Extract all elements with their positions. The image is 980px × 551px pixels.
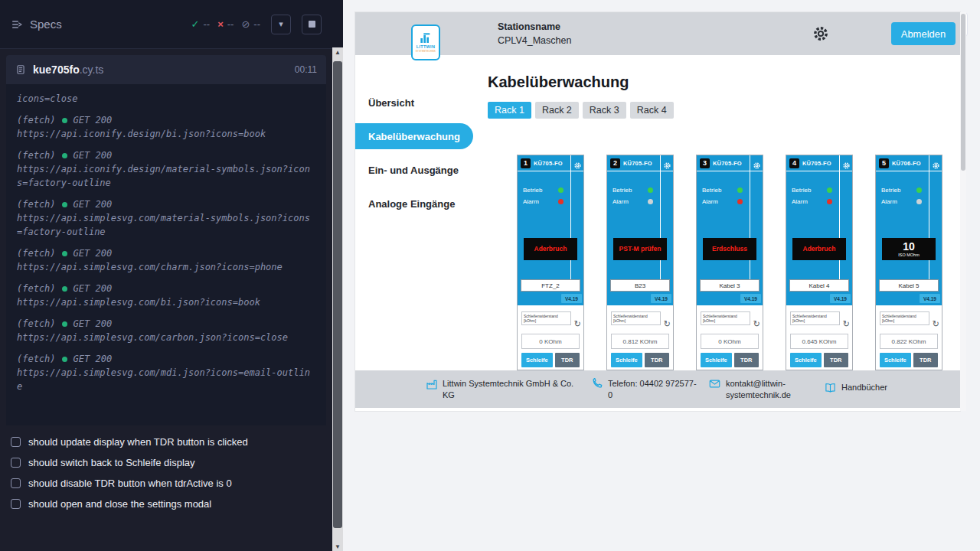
tdr-button[interactable]: TDR xyxy=(734,353,759,367)
card-model: KÜ705-FO xyxy=(802,160,831,167)
card-header: 3KÜ705-FO xyxy=(697,155,763,171)
station-label: Stationsname xyxy=(498,20,571,34)
tdr-button[interactable]: TDR xyxy=(824,353,848,367)
refresh-icon[interactable]: ↻ xyxy=(574,320,581,328)
spec-name: kue705fo.cy.ts xyxy=(33,64,103,76)
fetch-label: (fetch) xyxy=(17,148,56,162)
tab-rack-1[interactable]: Rack 1 xyxy=(488,102,531,119)
card-header: 1KÜ705-FO xyxy=(518,155,583,171)
runner-scrollbar[interactable]: ▲ ▼ xyxy=(332,0,343,551)
app-scrollbar-thumb[interactable] xyxy=(961,14,965,171)
test-list: should update display when TDR button is… xyxy=(0,425,332,551)
tdr-button[interactable]: TDR xyxy=(645,353,669,367)
app-scrollbar[interactable] xyxy=(960,12,966,411)
phone-icon xyxy=(591,378,603,392)
cable-name-field: Kabel 4 xyxy=(789,279,849,292)
schleife-button[interactable]: Schleife xyxy=(701,353,732,367)
log-line-continuation[interactable]: icons=close xyxy=(17,92,315,106)
logout-button[interactable]: Abmelden xyxy=(891,22,956,45)
footer-company: Littwin Systemtechnik GmbH & Co. KG xyxy=(426,378,580,400)
footer-phone[interactable]: Telefon: 04402 972577-0 xyxy=(591,378,698,400)
fetch-log-entry[interactable]: (fetch)GET 200 https://api.simplesvg.com… xyxy=(17,352,315,393)
fetch-log-entry[interactable]: (fetch)GET 200 https://api.iconify.desig… xyxy=(17,148,315,190)
tab-rack-4[interactable]: Rack 4 xyxy=(630,102,674,119)
fetch-url: https://api.simplesvg.com/bi.json?icons=… xyxy=(17,295,315,309)
fetch-url: https://api.simplesvg.com/carbon.json?ic… xyxy=(17,331,315,344)
refresh-icon[interactable]: ↻ xyxy=(753,320,760,328)
fetch-url: https://api.simplesvg.com/charm.json?ico… xyxy=(17,260,315,274)
card-header: 5KÜ706-FO xyxy=(876,155,942,171)
fetch-status: GET 200 xyxy=(74,317,113,331)
card-header: 2KÜ705-FO xyxy=(607,155,673,171)
spec-timer: 00:11 xyxy=(295,64,317,75)
test-item[interactable]: should switch back to Schleife display xyxy=(0,452,332,473)
status-dot-icon xyxy=(62,251,67,256)
tab-rack-3[interactable]: Rack 3 xyxy=(583,102,626,119)
alarm-led xyxy=(648,199,653,204)
test-item[interactable]: should disable TDR button when tdrActive… xyxy=(0,473,332,494)
refresh-icon[interactable]: ↻ xyxy=(843,320,850,328)
fetch-log-entry[interactable]: (fetch)GET 200 https://api.simplesvg.com… xyxy=(17,317,315,344)
status-display: PST-M prüfen xyxy=(613,238,667,260)
fetch-log-entry[interactable]: (fetch)GET 200 https://api.simplesvg.com… xyxy=(17,282,315,309)
test-doc-icon xyxy=(11,437,21,447)
measurement-value: 0.812 KOhm xyxy=(611,334,669,349)
refresh-icon[interactable]: ↻ xyxy=(933,320,939,328)
cable-name-field: FTZ_2 xyxy=(521,279,580,292)
app-footer: Littwin Systemtechnik GmbH & Co. KG Tele… xyxy=(355,370,960,408)
fetch-url: https://api.simplesvg.com/mdi.json?icons… xyxy=(17,366,315,393)
station-name: CPLV4_Maschen xyxy=(498,34,571,47)
schleife-button[interactable]: Schleife xyxy=(790,353,822,367)
tab-rack-2[interactable]: Rack 2 xyxy=(535,102,579,119)
fetch-log-entry[interactable]: (fetch)GET 200 https://api.simplesvg.com… xyxy=(17,197,315,239)
pending-count: ⊘-- xyxy=(241,18,260,30)
status-dot-icon xyxy=(62,118,67,123)
alarm-row: Alarm xyxy=(523,198,564,205)
schleife-button[interactable]: Schleife xyxy=(880,353,911,367)
schleife-button[interactable]: Schleife xyxy=(611,353,642,367)
footer-manuals[interactable]: Handbücher xyxy=(825,382,887,396)
status-display: Erdschluss xyxy=(703,238,756,260)
footer-email[interactable]: kontakt@littwin-systemtechnik.de xyxy=(709,378,814,400)
sidebar-item-analoge-eingaenge[interactable]: Analoge Eingänge xyxy=(355,191,473,217)
scroll-down-arrow[interactable]: ▼ xyxy=(332,543,343,550)
specs-menu-button[interactable]: Specs xyxy=(11,18,62,31)
test-item[interactable]: should update display when TDR button is… xyxy=(0,432,332,452)
alarm-row: Alarm xyxy=(881,198,922,205)
device-card: 2KÜ705-FO Betrieb Alarm PST-M prüfen B23… xyxy=(606,155,674,370)
sidebar-item-kabelueberwachung[interactable]: Kabelüberwachung xyxy=(355,123,473,149)
scroll-up-arrow[interactable]: ▲ xyxy=(332,49,343,56)
sidebar-item-ein-und-ausgaenge[interactable]: Ein- und Ausgänge xyxy=(355,157,473,183)
betrieb-row: Betrieb xyxy=(702,187,743,194)
status-display: Aderbruch xyxy=(792,238,846,260)
sidebar-item-uebersicht[interactable]: Übersicht xyxy=(355,90,473,116)
test-item[interactable]: should open and close the settings modal xyxy=(0,494,332,514)
settings-gear-icon[interactable] xyxy=(812,24,830,43)
cypress-runner-panel: Specs ✓-- ×-- ⊘-- ▾ kue705fo.cy.ts 00:11… xyxy=(0,0,332,551)
alarm-led xyxy=(558,199,564,204)
test-doc-icon xyxy=(11,458,21,468)
stop-button[interactable] xyxy=(302,15,322,34)
measurement-label: Schleifenwiderstand [kOhm] xyxy=(790,311,840,325)
spec-file-bar[interactable]: kue705fo.cy.ts 00:11 xyxy=(6,55,326,84)
tdr-button[interactable]: TDR xyxy=(555,353,580,367)
logo-text: LITTWIN xyxy=(416,44,435,49)
card-right-strip xyxy=(839,155,852,279)
fetch-log-entry[interactable]: (fetch)GET 200 https://api.iconify.desig… xyxy=(17,113,315,141)
main-content: Kabelüberwachung Rack 1 Rack 2 Rack 3 Ra… xyxy=(473,55,960,411)
refresh-icon[interactable]: ↻ xyxy=(664,320,671,328)
status-dot-icon xyxy=(62,153,67,158)
device-card: 4KÜ705-FO Betrieb Alarm Aderbruch Kabel … xyxy=(786,155,853,370)
fetch-status: GET 200 xyxy=(74,197,113,211)
tdr-button[interactable]: TDR xyxy=(913,353,938,367)
fetch-log-entry[interactable]: (fetch)GET 200 https://api.simplesvg.com… xyxy=(17,246,315,274)
measurement-value: 0 KOhm xyxy=(701,334,759,349)
measurement-panel: Schleifenwiderstand [kOhm] ↻ 0 KOhm Schl… xyxy=(697,305,763,370)
alarm-led xyxy=(737,199,743,204)
schleife-button[interactable]: Schleife xyxy=(521,353,553,367)
measurement-panel: Schleifenwiderstand [kOhm] ↻ 0.822 KOhm … xyxy=(876,305,942,370)
scrollbar-thumb[interactable] xyxy=(333,61,342,528)
collapse-button[interactable]: ▾ xyxy=(271,15,291,34)
cable-name-field: Kabel 5 xyxy=(879,279,939,292)
measurement-label: Schleifenwiderstand [kOhm] xyxy=(880,311,929,325)
